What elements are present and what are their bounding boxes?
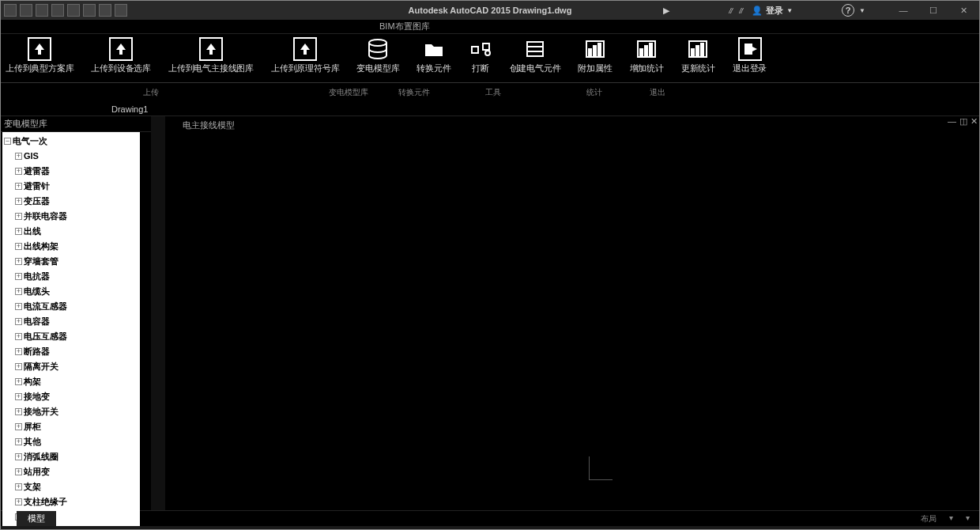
- upload-equipment-button[interactable]: 上传到设备选库: [91, 37, 151, 74]
- add-statistics-button[interactable]: 增加统计: [630, 37, 664, 74]
- tree-node[interactable]: +并联电容器: [15, 209, 138, 224]
- tree-node-label: 站用变: [24, 465, 50, 479]
- tree-node[interactable]: +接地开关: [15, 404, 138, 419]
- tree-node-label: 支柱绝缘子: [24, 495, 67, 509]
- tree-node[interactable]: +GIS: [15, 149, 138, 164]
- collab-icon[interactable]: ⫽⫽: [726, 6, 747, 15]
- expand-icon[interactable]: +: [15, 273, 22, 280]
- status-dropdown-icon[interactable]: ▾: [949, 513, 953, 524]
- upload-typical-plan-button[interactable]: 上传到典型方案库: [6, 37, 74, 74]
- status-dropdown-icon[interactable]: ▾: [966, 513, 970, 524]
- expand-icon[interactable]: +: [15, 348, 22, 355]
- tree-node[interactable]: +变压器: [15, 194, 138, 209]
- qat-plot-icon[interactable]: [83, 4, 96, 17]
- tree-node[interactable]: +支柱绝缘子: [15, 494, 138, 509]
- tree-node[interactable]: +支架: [15, 479, 138, 494]
- collapse-icon[interactable]: −: [4, 138, 11, 145]
- convert-component-button[interactable]: 转换元件: [416, 37, 450, 74]
- expand-icon[interactable]: +: [15, 408, 22, 415]
- expand-icon[interactable]: +: [15, 498, 22, 505]
- qat-open-icon[interactable]: [36, 4, 48, 17]
- expand-icon[interactable]: +: [15, 468, 22, 475]
- expand-icon[interactable]: +: [15, 303, 22, 310]
- minimize-button[interactable]: —: [891, 2, 916, 18]
- expand-icon[interactable]: +: [15, 438, 22, 445]
- expand-icon[interactable]: +: [15, 228, 22, 235]
- palette-side-tab[interactable]: [151, 116, 165, 510]
- login-button[interactable]: 👤 登录 ▼: [752, 5, 793, 17]
- status-layout-label[interactable]: 布局: [921, 513, 937, 524]
- ribbon-button-label: 打断: [472, 62, 489, 74]
- tree-node-label: 构架: [24, 375, 41, 388]
- expand-icon[interactable]: +: [15, 393, 22, 400]
- tree-node[interactable]: +其他: [15, 434, 138, 449]
- expand-icon[interactable]: +: [15, 363, 22, 370]
- tree-node[interactable]: +电缆头: [15, 284, 138, 299]
- panel-title: 退出: [634, 87, 681, 98]
- qat-new-icon[interactable]: [20, 4, 32, 17]
- expand-icon[interactable]: +: [15, 198, 22, 205]
- tree-node[interactable]: +出线: [15, 224, 138, 239]
- tree-node[interactable]: +构架: [15, 374, 138, 389]
- expand-icon[interactable]: +: [15, 378, 22, 385]
- tree-node[interactable]: +避雷器: [15, 164, 138, 179]
- expand-icon[interactable]: +: [15, 168, 22, 175]
- panel-min-icon[interactable]: —: [948, 116, 956, 127]
- expand-icon[interactable]: +: [15, 153, 22, 160]
- expand-icon[interactable]: +: [15, 333, 22, 340]
- tree-node[interactable]: +隔离开关: [15, 359, 138, 374]
- expand-icon[interactable]: +: [15, 243, 22, 250]
- tree-node[interactable]: +电容器: [15, 314, 138, 329]
- tree-root[interactable]: − 电气一次: [4, 134, 138, 149]
- expand-icon[interactable]: +: [15, 288, 22, 295]
- panel-pin-icon[interactable]: ◫: [959, 116, 967, 127]
- tree-node[interactable]: +接地变: [15, 389, 138, 404]
- svg-rect-16: [640, 49, 643, 55]
- help-icon[interactable]: ?: [842, 4, 854, 17]
- drawing-canvas[interactable]: 电主接线模型 — ◫ ✕: [165, 116, 979, 510]
- chevron-down-icon[interactable]: ▼: [859, 7, 865, 14]
- model-tab[interactable]: 模型: [17, 511, 56, 526]
- panel-close-icon[interactable]: ✕: [971, 116, 978, 127]
- model-tree[interactable]: − 电气一次 +GIS+避雷器+避雷针+变压器+并联电容器+出线+出线构架+穿墙…: [2, 132, 140, 526]
- add-attribute-button[interactable]: 附加属性: [578, 37, 612, 74]
- tree-node[interactable]: +消弧线圈: [15, 449, 138, 464]
- maximize-button[interactable]: ☐: [921, 2, 946, 18]
- tree-node-label: 屏柜: [24, 420, 41, 433]
- create-electrical-component-button[interactable]: 创建电气元件: [510, 37, 561, 74]
- tree-node[interactable]: +出线构架: [15, 239, 138, 254]
- expand-icon[interactable]: +: [15, 318, 22, 325]
- update-statistics-button[interactable]: 更新统计: [681, 37, 715, 74]
- expand-icon[interactable]: +: [15, 213, 22, 220]
- ribbon-tab-active[interactable]: BIM布置图库: [379, 21, 430, 32]
- expand-icon[interactable]: +: [15, 423, 22, 430]
- tree-node[interactable]: +电压互感器: [15, 329, 138, 344]
- document-tab[interactable]: Drawing1: [86, 104, 173, 114]
- tree-node[interactable]: +屏柜: [15, 419, 138, 434]
- tree-node[interactable]: +站用变: [15, 464, 138, 479]
- expand-icon[interactable]: +: [15, 258, 22, 265]
- play-icon[interactable]: ▶: [663, 6, 669, 16]
- expand-icon[interactable]: +: [15, 453, 22, 460]
- expand-icon[interactable]: +: [15, 183, 22, 190]
- break-button[interactable]: 打断: [469, 37, 492, 74]
- panel-title: 统计: [555, 87, 634, 98]
- close-button[interactable]: ✕: [951, 2, 976, 18]
- upload-principle-symbol-button[interactable]: 上传到原理符号库: [271, 37, 339, 74]
- tree-node[interactable]: +电流互感器: [15, 299, 138, 314]
- qat-save-icon[interactable]: [51, 4, 64, 17]
- qat-undo-icon[interactable]: [99, 4, 111, 17]
- logout-button[interactable]: 退出登录: [733, 37, 767, 74]
- expand-icon[interactable]: +: [15, 483, 22, 490]
- tree-node[interactable]: +避雷针: [15, 179, 138, 194]
- substation-model-lib-button[interactable]: 变电模型库: [356, 37, 399, 74]
- upload-main-wiring-button[interactable]: 上传到电气主接线图库: [168, 37, 254, 74]
- ribbon-button-label: 附加属性: [578, 62, 612, 74]
- tree-node-label: 断路器: [24, 345, 50, 358]
- tree-node[interactable]: +电抗器: [15, 269, 138, 284]
- qat-saveas-icon[interactable]: [67, 4, 80, 17]
- tree-node[interactable]: +断路器: [15, 344, 138, 359]
- app-menu-icon[interactable]: [4, 4, 17, 17]
- tree-node[interactable]: +穿墙套管: [15, 254, 138, 269]
- qat-redo-icon[interactable]: [115, 4, 127, 17]
